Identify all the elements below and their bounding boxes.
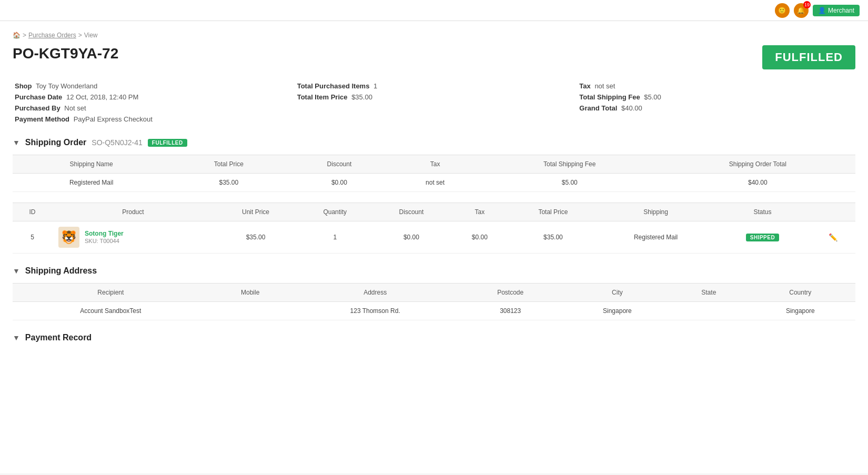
order-info-col2: Total Purchased Items 1 Total Item Price… <box>297 82 571 123</box>
cell-country: Singapore <box>745 302 855 320</box>
shipping-summary-row: Registered Mail $35.00 $0.00 not set $5.… <box>13 174 855 192</box>
cell-tax: not set <box>391 174 479 192</box>
user-icon: 👤 <box>818 7 826 14</box>
col-postcode: Postcode <box>459 284 562 302</box>
shipping-address-table: Recipient Mobile Address Postcode City S… <box>13 283 855 320</box>
user-pill[interactable]: 👤 Merchant <box>813 5 860 16</box>
chevron-down-icon: ▼ <box>13 138 20 147</box>
payment-record-header[interactable]: ▼ Payment Record <box>13 333 855 342</box>
total-item-price-row: Total Item Price $35.00 <box>297 93 571 101</box>
total-shipping-fee-row: Total Shipping Fee $5.00 <box>579 93 853 101</box>
breadcrumb-sep2: > <box>78 32 82 39</box>
col-shipping-name: Shipping Name <box>13 155 170 174</box>
col-tax: Tax <box>391 155 479 174</box>
shipping-order-id: SO-Q5N0J2-41 <box>92 138 142 147</box>
edit-icon[interactable]: ✏️ <box>829 233 837 241</box>
breadcrumb-current: View <box>84 32 98 39</box>
user-label: Merchant <box>828 7 854 14</box>
cell-product: 🐯 Sotong Tiger SKU: T00044 <box>52 221 214 254</box>
cell-quantity: 1 <box>297 221 372 254</box>
cell-edit[interactable]: ✏️ <box>811 221 855 254</box>
order-info-col3: Tax not set Total Shipping Fee $5.00 Gra… <box>579 82 853 123</box>
cell-total-price2: $35.00 <box>509 221 597 254</box>
col-id: ID <box>13 203 52 221</box>
shipping-address-section: ▼ Shipping Address Recipient Mobile Addr… <box>13 266 855 320</box>
cell-discount: $0.00 <box>287 174 391 192</box>
payment-record-title: Payment Record <box>25 333 92 342</box>
page-title: PO-KGT9YA-72 <box>13 45 118 62</box>
product-image: 🐯 <box>58 227 79 248</box>
shipping-address-title: Shipping Address <box>25 266 97 276</box>
col-tax2: Tax <box>450 203 510 221</box>
cell-status: SHIPPED <box>714 221 810 254</box>
cell-address: 123 Thomson Rd. <box>292 302 459 320</box>
tax-row: Tax not set <box>579 82 853 90</box>
top-bar: 🙂 🔔 19 👤 Merchant <box>0 0 868 21</box>
shipping-order-status-badge: FULFILLED <box>148 139 187 147</box>
cell-city: Singapore <box>562 302 672 320</box>
items-table: ID Product Unit Price Quantity Discount … <box>13 203 855 254</box>
cell-unit-price: $35.00 <box>214 221 297 254</box>
avatar-icon: 🙂 <box>775 3 790 18</box>
purchase-date-row: Purchase Date 12 Oct, 2018, 12:40 PM <box>15 93 289 101</box>
col-discount2: Discount <box>372 203 450 221</box>
cell-recipient: Account SandboxTest <box>13 302 209 320</box>
col-total-price: Total Price <box>170 155 287 174</box>
cell-tax2: $0.00 <box>450 221 510 254</box>
item-status-badge: SHIPPED <box>746 234 779 241</box>
cell-item-id: 5 <box>13 221 52 254</box>
col-status: Status <box>714 203 810 221</box>
col-product: Product <box>52 203 214 221</box>
col-country: Country <box>745 284 855 302</box>
col-city: City <box>562 284 672 302</box>
table-row: 5 🐯 Sotong Tiger SKU: T00044 $35.00 1 $0… <box>13 221 855 254</box>
shipping-order-section: ▼ Shipping Order SO-Q5N0J2-41 FULFILLED … <box>13 138 855 254</box>
cell-total-shipping-fee: $5.00 <box>479 174 660 192</box>
order-info-col1: Shop Toy Toy Wonderland Purchase Date 12… <box>15 82 289 123</box>
col-actions <box>811 203 855 221</box>
col-state: State <box>672 284 745 302</box>
shipping-address-header[interactable]: ▼ Shipping Address <box>13 266 855 276</box>
status-badge: FULFILLED <box>762 45 855 69</box>
grand-total-row: Grand Total $40.00 <box>579 104 853 112</box>
shipping-order-title: Shipping Order <box>25 138 86 147</box>
notification-bell[interactable]: 🔔 19 <box>794 3 809 18</box>
cell-postcode: 308123 <box>459 302 562 320</box>
col-quantity: Quantity <box>297 203 372 221</box>
cell-shipping-order-total: $40.00 <box>660 174 855 192</box>
product-name[interactable]: Sotong Tiger <box>85 230 124 237</box>
breadcrumb: 🏠 > Purchase Orders > View <box>13 32 855 39</box>
address-row: Account SandboxTest 123 Thomson Rd. 3081… <box>13 302 855 320</box>
shop-row: Shop Toy Toy Wonderland <box>15 82 289 90</box>
notification-count: 19 <box>803 1 811 8</box>
purchased-by-row: Purchased By Not set <box>15 104 289 112</box>
payment-record-section: ▼ Payment Record <box>13 333 855 342</box>
col-mobile: Mobile <box>209 284 292 302</box>
col-address: Address <box>292 284 459 302</box>
col-total-price2: Total Price <box>509 203 597 221</box>
product-sku: SKU: T00044 <box>85 238 119 244</box>
breadcrumb-orders[interactable]: Purchase Orders <box>28 32 76 39</box>
chevron-down-icon-3: ▼ <box>13 333 20 342</box>
total-items-row: Total Purchased Items 1 <box>297 82 571 90</box>
shipping-order-header[interactable]: ▼ Shipping Order SO-Q5N0J2-41 FULFILLED <box>13 138 855 147</box>
shipping-summary-table: Shipping Name Total Price Discount Tax T… <box>13 155 855 192</box>
cell-total-price: $35.00 <box>170 174 287 192</box>
cell-discount2: $0.00 <box>372 221 450 254</box>
col-discount: Discount <box>287 155 391 174</box>
col-shipping-order-total: Shipping Order Total <box>660 155 855 174</box>
col-recipient: Recipient <box>13 284 209 302</box>
cell-state <box>672 302 745 320</box>
breadcrumb-sep1: > <box>23 32 26 39</box>
cell-shipping-name: Registered Mail <box>13 174 170 192</box>
payment-method-row: Payment Method PayPal Express Checkout <box>15 115 289 123</box>
col-shipping2: Shipping <box>597 203 715 221</box>
chevron-down-icon-2: ▼ <box>13 267 20 275</box>
home-icon[interactable]: 🏠 <box>13 32 21 39</box>
cell-mobile <box>209 302 292 320</box>
order-info: Shop Toy Toy Wonderland Purchase Date 12… <box>13 82 855 123</box>
col-unit-price: Unit Price <box>214 203 297 221</box>
cell-shipping2: Registered Mail <box>597 221 715 254</box>
col-total-shipping-fee: Total Shipping Fee <box>479 155 660 174</box>
